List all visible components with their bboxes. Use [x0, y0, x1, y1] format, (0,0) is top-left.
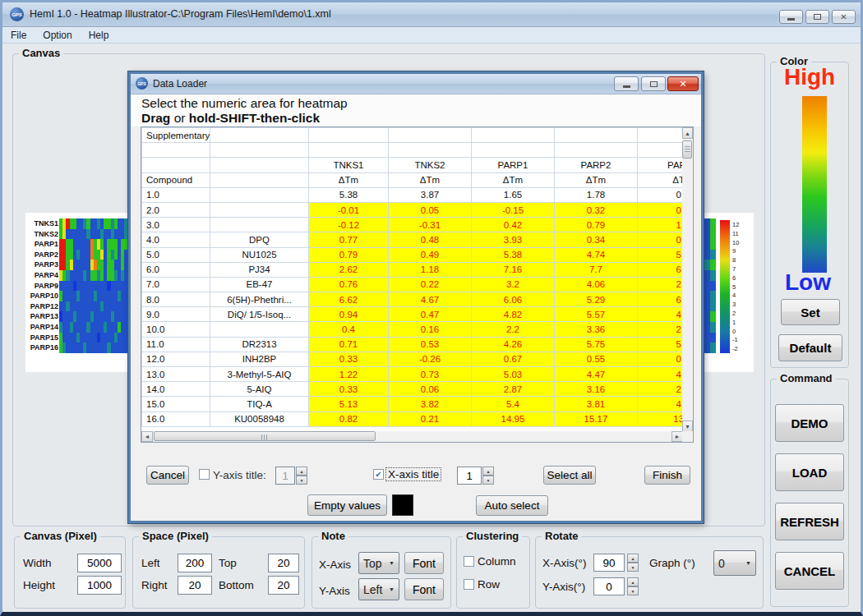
value-cell[interactable]: 4.47	[555, 367, 638, 382]
table-cell[interactable]	[309, 143, 389, 158]
value-cell[interactable]: 3.82	[389, 397, 472, 411]
auto-select-button[interactable]: Auto select	[476, 495, 548, 516]
heatmap-cell[interactable]	[710, 229, 716, 240]
row-number-cell[interactable]: 12.0	[142, 352, 210, 366]
table-cell[interactable]	[210, 172, 309, 187]
heatmap-cell[interactable]	[710, 333, 716, 343]
row-number-cell[interactable]: 15.0	[142, 397, 210, 411]
heatmap-cell[interactable]	[710, 270, 716, 281]
value-cell[interactable]: 6.62	[309, 292, 389, 307]
value-cell[interactable]: 6.0	[638, 262, 684, 277]
x-axis-title-checkbox[interactable]: ✔	[373, 469, 384, 480]
heatmap-cell[interactable]	[710, 291, 716, 301]
value-cell[interactable]: 3.87	[389, 187, 472, 202]
value-cell[interactable]: 2.87	[472, 382, 555, 397]
value-cell[interactable]: 1.65	[472, 187, 555, 202]
heatmap-cell[interactable]	[704, 218, 710, 229]
table-cell[interactable]	[638, 143, 684, 158]
maximize-button[interactable]	[805, 10, 829, 24]
heatmap-cell[interactable]	[710, 239, 716, 250]
compound-name-cell[interactable]	[210, 218, 309, 232]
heatmap-cell[interactable]	[710, 218, 716, 229]
spin-up-icon[interactable]: ▲	[627, 554, 639, 563]
dialog-close-button[interactable]: ✕	[667, 76, 699, 91]
dialog-titlebar[interactable]: GPS Data Loader ✕	[131, 74, 701, 94]
heatmap-cell[interactable]	[710, 322, 716, 333]
spin-up-icon[interactable]: ▲	[627, 577, 639, 586]
table-row[interactable]: 4.0DPQ0.770.483.930.340.9	[142, 232, 684, 247]
row-number-cell[interactable]: 9.0	[142, 307, 210, 322]
height-input[interactable]: 1000	[77, 576, 122, 595]
compound-name-cell[interactable]: PJ34	[210, 262, 309, 277]
scroll-left-icon[interactable]: ◄	[141, 431, 153, 442]
heatmap-cell[interactable]	[710, 342, 716, 353]
unit-cell[interactable]: ΔTm	[638, 172, 684, 187]
value-cell[interactable]: 4.26	[472, 337, 555, 352]
value-cell[interactable]: 5.75	[555, 337, 638, 352]
table-row[interactable]	[142, 143, 684, 158]
table-row[interactable]: 12.0INH2BP0.33-0.260.670.550.2	[142, 352, 684, 366]
cancel-command-button[interactable]: CANCEL	[775, 552, 844, 590]
unit-cell[interactable]: ΔTm	[309, 172, 389, 187]
rotate-y-input[interactable]: 0	[593, 577, 625, 595]
value-cell[interactable]: 1.78	[555, 187, 638, 202]
row-number-cell[interactable]: 13.0	[142, 367, 210, 382]
row-number-cell[interactable]: 14.0	[142, 382, 210, 397]
table-row[interactable]: 2.0-0.010.05-0.150.320.3	[142, 202, 684, 217]
data-table[interactable]: Supplementary...TNKS1TNKS2PARP1PARP2PARP…	[141, 126, 694, 443]
compound-name-cell[interactable]	[210, 187, 309, 202]
value-cell[interactable]: 5.4	[472, 397, 555, 411]
row-number-cell[interactable]: 16.0	[142, 411, 210, 426]
clustering-column-checkbox[interactable]	[464, 556, 474, 567]
compound-name-cell[interactable]: NU1025	[210, 247, 309, 262]
table-row[interactable]: TNKS1TNKS2PARP1PARP2PARP3	[142, 158, 684, 172]
compound-name-cell[interactable]: DR2313	[210, 337, 309, 352]
value-cell[interactable]: 3.81	[555, 397, 638, 411]
table-row[interactable]: 11.0DR23130.710.534.265.755.1	[142, 337, 684, 352]
spin-down-icon[interactable]: ▼	[296, 476, 307, 485]
heatmap-cell[interactable]	[704, 281, 710, 292]
value-cell[interactable]: 0.2	[638, 352, 684, 366]
unit-cell[interactable]: ΔTm	[389, 172, 472, 187]
rotate-x-spinner[interactable]: ▲▼	[627, 554, 639, 572]
compound-name-cell[interactable]	[210, 202, 309, 217]
compound-name-cell[interactable]: 3-Methyl-5-AIQ	[210, 367, 309, 382]
compound-name-cell[interactable]: DPQ	[210, 232, 309, 247]
heatmap-cell[interactable]	[704, 229, 710, 240]
value-cell[interactable]: 5.29	[555, 292, 638, 307]
heatmap-cell[interactable]	[704, 239, 710, 250]
table-row[interactable]: Supplementary...	[142, 128, 684, 143]
table-row[interactable]: 8.06(5H)-Phethri...6.624.676.065.296.8	[142, 292, 684, 307]
table-cell[interactable]	[210, 128, 309, 143]
window-titlebar[interactable]: GPS HemI 1.0 - Heatmap Illustrator-C:\Pr…	[2, 2, 861, 27]
default-button[interactable]: Default	[778, 334, 842, 361]
value-cell[interactable]: -0.12	[309, 218, 389, 232]
compound-header[interactable]: Compound	[142, 172, 210, 187]
row-number-cell[interactable]: 10.0	[142, 322, 210, 337]
value-cell[interactable]: 5.13	[309, 397, 389, 411]
value-cell[interactable]: 0.32	[555, 202, 638, 217]
refresh-button[interactable]: REFRESH	[775, 503, 844, 540]
select-all-button[interactable]: Select all	[543, 466, 596, 485]
value-cell[interactable]: 0.77	[309, 232, 389, 247]
value-cell[interactable]: 7.16	[472, 262, 555, 277]
value-cell[interactable]: 0.48	[389, 232, 472, 247]
row-number-cell[interactable]: 11.0	[142, 337, 210, 352]
value-cell[interactable]: 3.2	[472, 277, 555, 292]
supplementary-cell[interactable]: Supplementary...	[142, 128, 210, 143]
value-cell[interactable]: 5.03	[472, 367, 555, 382]
value-cell[interactable]: 0.3	[638, 187, 684, 202]
value-cell[interactable]: 0.4	[309, 322, 389, 337]
scroll-down-icon[interactable]: ▼	[682, 421, 693, 432]
empty-values-button[interactable]: Empty values	[307, 494, 387, 516]
value-cell[interactable]: 6.06	[472, 292, 555, 307]
value-cell[interactable]: 13.7	[638, 411, 684, 426]
value-cell[interactable]: 4.67	[389, 292, 472, 307]
col-header[interactable]: PARP2	[555, 158, 638, 172]
value-cell[interactable]: 0.16	[389, 322, 472, 337]
compound-name-cell[interactable]: INH2BP	[210, 352, 309, 366]
value-cell[interactable]: 4.74	[555, 247, 638, 262]
table-row[interactable]: 7.0EB-470.760.223.24.062.9	[142, 277, 684, 292]
heatmap-cell[interactable]	[710, 281, 716, 292]
space-left-input[interactable]: 200	[178, 554, 212, 572]
